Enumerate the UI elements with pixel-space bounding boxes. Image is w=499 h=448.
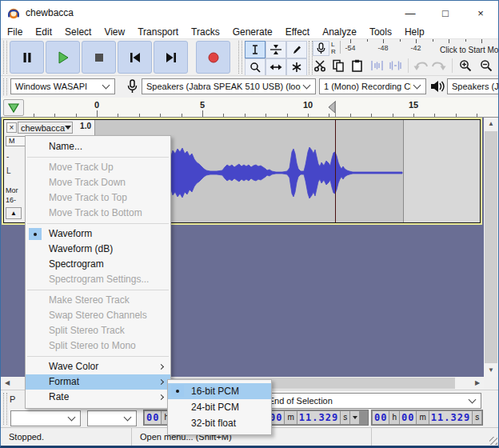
menubar-item-tools[interactable]: Tools — [363, 26, 398, 38]
skip-to-end-icon — [164, 51, 178, 64]
menubar-item-analyze[interactable]: Analyze — [316, 26, 363, 38]
zoom-tool-button[interactable] — [245, 58, 265, 76]
time-digits[interactable]: 00 — [145, 411, 161, 424]
multi-tool-icon — [291, 62, 302, 73]
draw-tool-button[interactable] — [286, 41, 307, 58]
scroll-left-arrow[interactable]: ◀ — [1, 377, 14, 390]
device-toolbar-grip[interactable] — [3, 78, 7, 95]
scroll-down-arrow[interactable]: ▼ — [484, 364, 498, 377]
meter-scale-label: -48 — [377, 44, 388, 52]
snap-to-dropdown[interactable] — [87, 410, 137, 426]
project-rate-dropdown[interactable] — [10, 410, 81, 426]
selection-toolbar-grip[interactable] — [3, 393, 7, 425]
time-digits[interactable]: 11.329 — [297, 411, 340, 424]
menu-item-wave-color[interactable]: Wave Color — [26, 359, 170, 374]
timeline-tick — [393, 114, 393, 117]
redo-button[interactable] — [430, 58, 448, 74]
menu-item-move-track-to-bottom: Move Track to Bottom — [26, 206, 170, 221]
maximize-button[interactable]: □ — [428, 1, 463, 25]
playback-device-dropdown[interactable]: Speakers (Jab — [447, 78, 499, 94]
transport-toolbar-grip[interactable] — [3, 41, 7, 74]
meter-tick — [383, 39, 384, 43]
menubar-item-transport[interactable]: Transport — [131, 26, 185, 38]
time-field-dropdown-arrow[interactable] — [350, 411, 359, 424]
menu-item-name[interactable]: Name... — [26, 139, 170, 154]
envelope-tool-icon — [269, 44, 282, 55]
record-meter-button[interactable] — [313, 41, 329, 56]
close-button[interactable]: × — [463, 1, 498, 25]
meter-tick — [481, 39, 482, 43]
undo-button[interactable] — [412, 58, 429, 74]
menu-item-16-bit-pcm[interactable]: 16-bit PCM — [168, 383, 271, 399]
device-toolbar: Windows WASAPI Speakers (Jabra SPEAK 510… — [1, 75, 498, 98]
recording-device-icon — [127, 79, 138, 94]
vertical-scrollbar-thumb[interactable] — [485, 131, 497, 363]
menubar-item-edit[interactable]: Edit — [29, 26, 58, 38]
paste-button[interactable] — [348, 58, 365, 74]
menu-item-make-stereo-track: Make Stereo Track — [26, 293, 170, 308]
menu-item-rate[interactable]: Rate — [26, 390, 170, 405]
time-shift-tool-button[interactable] — [265, 58, 286, 76]
trim-audio-button[interactable] — [368, 58, 385, 74]
selection-tool-button[interactable] — [245, 41, 265, 58]
zoom-in-button[interactable] — [457, 58, 474, 74]
menubar-item-select[interactable]: Select — [58, 26, 98, 38]
timeline-tick — [118, 114, 118, 117]
copy-button[interactable] — [329, 58, 347, 74]
menu-separator — [27, 290, 169, 290]
silence-audio-button[interactable] — [386, 58, 404, 74]
menubar-item-tracks[interactable]: Tracks — [185, 26, 226, 38]
resize-grip[interactable] — [489, 437, 497, 445]
menu-item-waveform-db[interactable]: Waveform (dB) — [26, 242, 170, 257]
tools-toolbar-grip[interactable] — [238, 41, 242, 74]
menubar-item-view[interactable]: View — [98, 26, 131, 38]
timeline-options-button[interactable] — [3, 99, 24, 116]
timeline-label-10: 10 — [303, 100, 313, 110]
menu-separator — [27, 157, 169, 158]
timeline-tick — [223, 114, 224, 117]
recording-device-dropdown[interactable]: Speakers (Jabra SPEAK 510 USB) (loopback… — [142, 78, 316, 94]
scroll-right-arrow[interactable]: ▶ — [471, 377, 484, 390]
copy-icon — [332, 59, 345, 72]
multi-tool-button[interactable] — [286, 58, 307, 76]
recording-channels-dropdown[interactable]: 1 (Mono) Recording Char — [319, 78, 426, 94]
timeline-ruler[interactable]: 051015 — [1, 98, 498, 118]
chevron-down-icon — [68, 414, 76, 422]
scroll-up-arrow[interactable]: ▲ — [484, 118, 498, 130]
menu-item-swap-stereo-channels: Swap Stereo Channels — [26, 308, 170, 323]
cut-button[interactable] — [311, 58, 329, 74]
menubar-item-effect[interactable]: Effect — [279, 26, 316, 38]
meter-tick — [449, 39, 449, 43]
time-field-dropdown-arrow[interactable] — [482, 411, 483, 424]
stop-button[interactable] — [82, 41, 116, 74]
record-button[interactable] — [196, 41, 230, 74]
envelope-tool-button[interactable] — [265, 41, 286, 58]
skip-to-end-button[interactable] — [154, 41, 188, 74]
meter-monitor-text[interactable]: Click to Start Mon — [440, 46, 499, 54]
menu-item-32-bit-float[interactable]: 32-bit float — [168, 415, 271, 431]
menu-item-format[interactable]: Format — [26, 374, 170, 390]
menu-item-move-track-down: Move Track Down — [26, 175, 170, 190]
timeline-label-5: 5 — [200, 100, 205, 110]
menu-item-label: Spectrogram Settings... — [49, 274, 149, 285]
minimize-button[interactable]: — — [393, 1, 428, 25]
menubar-item-generate[interactable]: Generate — [226, 26, 279, 38]
skip-to-start-button[interactable] — [118, 41, 152, 74]
time-digits[interactable]: 00 — [373, 411, 389, 424]
vertical-scrollbar[interactable]: ▲ ▼ — [484, 118, 498, 377]
radio-dot-icon — [34, 233, 37, 236]
meter-tick — [367, 39, 368, 42]
timeline-tick — [477, 114, 477, 117]
audio-host-dropdown[interactable]: Windows WASAPI — [10, 78, 115, 94]
menu-item-24-bit-pcm[interactable]: 24-bit PCM — [168, 399, 271, 415]
pause-button[interactable] — [10, 41, 44, 74]
play-button[interactable] — [46, 41, 80, 74]
menu-item-waveform[interactable]: Waveform — [26, 226, 170, 242]
menu-item-spectrogram[interactable]: Spectrogram — [26, 257, 170, 272]
time-digits[interactable]: 11.329 — [429, 411, 472, 424]
time-digits[interactable]: 00 — [400, 411, 416, 424]
menubar-item-help[interactable]: Help — [398, 26, 431, 38]
menubar-item-file[interactable]: File — [1, 26, 29, 38]
selection-end-field[interactable]: 00h00m11.329s — [371, 410, 483, 426]
zoom-out-button[interactable] — [477, 58, 495, 74]
